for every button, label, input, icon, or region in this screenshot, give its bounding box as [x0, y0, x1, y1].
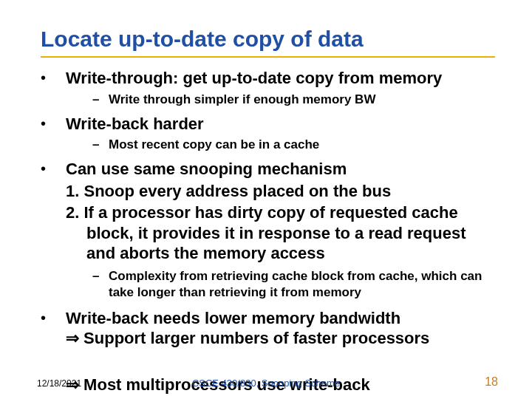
dash-icon: –	[92, 92, 99, 108]
bullet-item-2: • Write-back harder – Most recent copy c…	[41, 114, 495, 154]
sub-list-1: – Write through simpler if enough memory…	[66, 92, 495, 108]
sub-1-text: Write through simpler if enough memory B…	[109, 92, 375, 106]
bullet-dot-icon: •	[41, 115, 46, 132]
dash-icon: –	[92, 137, 99, 153]
bullet-item-3: • Can use same snooping mechanism 1. Sno…	[41, 159, 495, 301]
slide: Locate up-to-date copy of data • Write-t…	[0, 0, 532, 399]
dash-icon: –	[92, 268, 99, 284]
implies-icon: ⇒	[66, 329, 79, 347]
sub-list-3: – Complexity from retrieving cache block…	[66, 268, 495, 301]
bullet-dot-icon: •	[41, 69, 46, 86]
bullet-dot-icon: •	[41, 160, 46, 177]
slide-title: Locate up-to-date copy of data	[41, 27, 495, 52]
sub-2-text: Most recent copy can be in a cache	[109, 137, 319, 151]
sub-list-2: – Most recent copy can be in a cache	[66, 137, 495, 153]
num-item-2: 2. If a processor has dirty copy of requ…	[66, 202, 495, 264]
footer-center: CSCE 430/830, Snooping Scheme	[0, 378, 532, 389]
bullet-dot-icon: •	[41, 310, 46, 327]
bullet-list: • Write-through: get up-to-date copy fro…	[41, 68, 495, 349]
sub-item: – Write through simpler if enough memory…	[66, 92, 495, 108]
bullet-item-1: • Write-through: get up-to-date copy fro…	[41, 68, 495, 108]
numbered-list: 1. Snoop every address placed on the bus…	[66, 181, 495, 264]
bullet-1-text: Write-through: get up-to-date copy from …	[66, 68, 495, 89]
sub-item: – Complexity from retrieving cache block…	[66, 268, 495, 301]
footer-page-number: 18	[485, 375, 498, 389]
sub-3-text: Complexity from retrieving cache block f…	[109, 269, 482, 299]
bullet-item-4: • Write-back needs lower memory bandwidt…	[41, 308, 495, 349]
title-rule	[41, 56, 495, 58]
bullet-4-line2-text: Support larger numbers of faster process…	[79, 329, 429, 347]
bullet-4-line1: Write-back needs lower memory bandwidth	[66, 308, 495, 329]
sub-item: – Most recent copy can be in a cache	[66, 137, 495, 153]
bullet-2-text: Write-back harder	[66, 114, 495, 134]
bullet-3-text: Can use same snooping mechanism	[66, 159, 495, 180]
bullet-4-line2: ⇒ Support larger numbers of faster proce…	[66, 328, 495, 349]
num-item-1: 1. Snoop every address placed on the bus	[66, 181, 495, 202]
